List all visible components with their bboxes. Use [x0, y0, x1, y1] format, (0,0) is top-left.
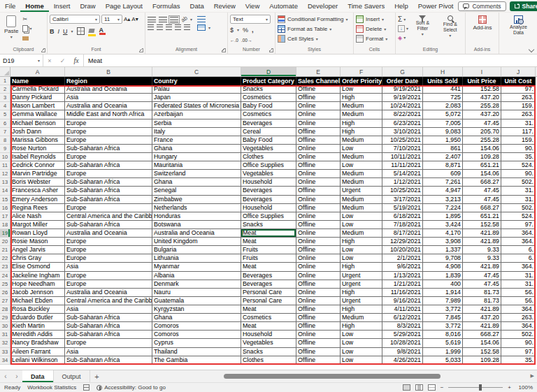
cell[interactable]: Asia — [65, 348, 152, 356]
cell[interactable]: 1,914 — [423, 289, 463, 297]
zoom-in-icon[interactable]: + — [508, 384, 511, 391]
cell[interactable]: 725 — [423, 94, 463, 102]
cell[interactable]: 10/28/2021 — [382, 339, 423, 347]
cell[interactable]: Kyrgyzstan — [152, 305, 241, 314]
cell[interactable]: 8/22/2021 — [382, 110, 423, 119]
cell[interactable]: 47.45 — [463, 196, 501, 204]
cell[interactable]: Offline — [296, 85, 341, 94]
row-header-27[interactable]: 27 — [0, 297, 10, 305]
cell[interactable]: 10/24/2021 — [382, 102, 423, 110]
align-center-icon[interactable] — [157, 24, 163, 30]
cell[interactable]: 9/19/2021 — [382, 85, 423, 94]
row-header-18[interactable]: 18 — [0, 221, 10, 229]
cell[interactable]: Eduardo Butler — [10, 314, 65, 322]
cell[interactable]: 861 — [423, 145, 463, 153]
row-header-13[interactable]: 13 — [0, 178, 10, 187]
row-header-7[interactable]: 7 — [0, 128, 10, 136]
cell[interactable]: 2,083 — [423, 102, 463, 110]
cell[interactable]: Low — [341, 339, 382, 347]
cell[interactable]: Sub-Saharan Africa — [65, 178, 152, 187]
column-header-C[interactable]: C — [152, 67, 241, 76]
cell[interactable]: Online — [296, 212, 341, 221]
row-header-26[interactable]: 26 — [0, 289, 10, 297]
cell[interactable]: Europe — [65, 119, 152, 128]
cell[interactable]: Online — [296, 331, 341, 339]
name-box[interactable]: D19 ▾ — [0, 55, 43, 66]
cell[interactable]: Office Supplies — [241, 212, 296, 221]
cell[interactable]: 10/11/2021 — [382, 153, 423, 161]
cell[interactable]: Baby Food — [241, 136, 296, 145]
cell[interactable]: Marissa Gibbons — [10, 136, 65, 145]
dialog-launcher-icon[interactable] — [139, 48, 143, 52]
cell[interactable]: Offline — [296, 204, 341, 212]
cell[interactable]: Asia — [65, 94, 152, 102]
cell[interactable]: Albania — [152, 272, 241, 280]
cell[interactable]: 3/17/2021 — [382, 196, 423, 204]
cell[interactable]: The Gambia — [152, 356, 241, 365]
cell[interactable]: Offline — [296, 136, 341, 145]
cell[interactable]: 255.28 — [463, 102, 501, 110]
cell[interactable]: Switzerland — [152, 170, 241, 178]
cell[interactable]: Europe — [65, 238, 152, 246]
cell[interactable]: 9/19/2021 — [382, 94, 423, 102]
cell[interactable]: Offline — [296, 246, 341, 254]
cell[interactable]: 154.06 — [463, 145, 501, 153]
cell[interactable]: Rowan Lloyd — [10, 229, 65, 238]
decrease-indent-icon[interactable] — [175, 24, 181, 30]
cell[interactable]: 1/12/2021 — [382, 178, 423, 187]
cell[interactable]: Online — [296, 272, 341, 280]
align-top-icon[interactable] — [148, 17, 156, 22]
cell[interactable]: Online — [296, 254, 341, 263]
cell[interactable]: 4/26/2021 — [382, 356, 423, 365]
number-format-combo[interactable]: Text▾ — [230, 15, 271, 24]
add-sheet-icon[interactable]: + — [90, 370, 104, 382]
cell[interactable]: Online — [296, 238, 341, 246]
cell[interactable]: 5/29/2021 — [382, 331, 423, 339]
ribbon-tab-draw[interactable]: Draw — [75, 0, 100, 12]
cell[interactable]: High — [341, 119, 382, 128]
cell[interactable]: Offline — [296, 187, 341, 195]
column-title[interactable]: Units Sold — [423, 77, 463, 85]
ribbon-tab-view[interactable]: View — [241, 0, 264, 12]
column-header-G[interactable]: G — [382, 67, 423, 76]
cell[interactable]: 4/11/2021 — [382, 305, 423, 314]
cell[interactable]: Online — [296, 119, 341, 128]
cell[interactable]: Medium — [341, 196, 382, 204]
cell[interactable]: Josh Dann — [10, 128, 65, 136]
row-header-1[interactable]: 1 — [0, 77, 10, 85]
cell[interactable]: Meat — [241, 263, 296, 271]
page-layout-view-icon[interactable] — [415, 384, 423, 391]
cell[interactable]: High — [341, 94, 382, 102]
cell[interactable]: Serbia — [152, 119, 241, 128]
cell[interactable]: Asia — [65, 305, 152, 314]
cell[interactable]: Beverages — [241, 280, 296, 289]
zoom-slider-thumb[interactable] — [479, 384, 482, 391]
cell[interactable]: 9/6/2021 — [382, 263, 423, 271]
sheet-tab-data[interactable]: Data — [22, 370, 54, 382]
cell[interactable]: Honduras — [152, 212, 241, 221]
cell[interactable]: 1,337 — [423, 246, 463, 254]
cell[interactable]: Online — [296, 289, 341, 297]
cell[interactable]: Michael Benson — [10, 119, 65, 128]
cell[interactable]: 421.89 — [463, 305, 501, 314]
cell[interactable]: Online — [296, 263, 341, 271]
cell[interactable]: Danny Pickard — [10, 94, 65, 102]
cell[interactable]: Fruits — [241, 246, 296, 254]
cell[interactable]: 3/10/2021 — [382, 128, 423, 136]
cell[interactable]: 5,072 — [423, 110, 463, 119]
cell[interactable]: 1,839 — [423, 272, 463, 280]
cell[interactable]: Medium — [341, 314, 382, 322]
cell[interactable]: 31. — [501, 196, 536, 204]
cell[interactable]: 154.06 — [463, 339, 501, 347]
cell[interactable]: 152.58 — [463, 221, 501, 229]
cell[interactable]: High — [341, 263, 382, 271]
cell[interactable]: Azerbaijan — [152, 110, 241, 119]
cell[interactable]: Urgent — [341, 272, 382, 280]
cell[interactable]: 4,947 — [423, 187, 463, 195]
cell[interactable]: Meat — [241, 238, 296, 246]
cell[interactable]: Comoros — [152, 322, 241, 331]
delete-cells-button[interactable]: Delete▾ — [356, 24, 394, 34]
cell[interactable]: 421.89 — [463, 263, 501, 271]
cell[interactable]: Bulgaria — [152, 246, 241, 254]
cell[interactable]: Lithuania — [152, 254, 241, 263]
